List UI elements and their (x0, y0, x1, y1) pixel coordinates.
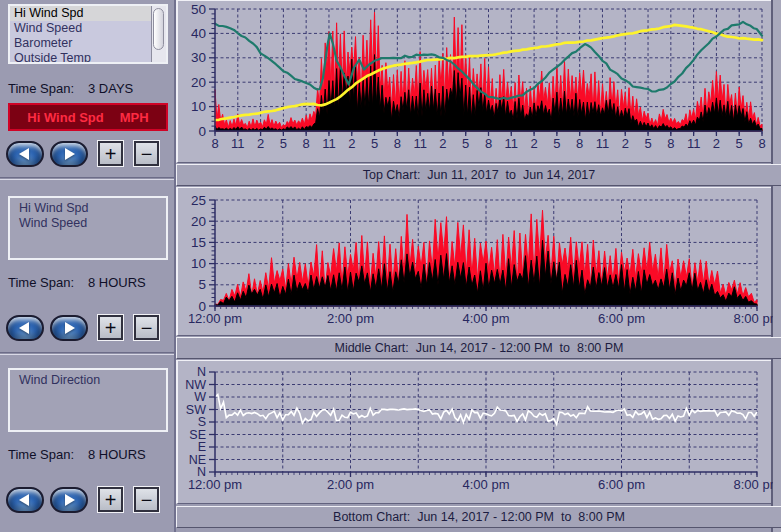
svg-text:8:00 pm: 8:00 pm (734, 477, 773, 492)
svg-text:5: 5 (371, 136, 378, 151)
middle-chart-panel: 051015202512:00 pm2:00 pm4:00 pm6:00 pm8… (176, 187, 771, 336)
svg-text:2:00 pm: 2:00 pm (327, 311, 374, 326)
bottom-chart-plot: NNWWSWSSEENEN12:00 pm2:00 pm4:00 pm6:00 … (178, 361, 771, 505)
bottom-chart-nav-buttons: + − (0, 487, 174, 515)
svg-text:5: 5 (198, 277, 206, 292)
scrollbar-thumb[interactable] (153, 8, 164, 50)
parameter-list: Hi Wind SpdWind SpeedBarometerOutside Te… (10, 6, 151, 62)
arrow-right-icon (65, 322, 75, 334)
svg-text:8: 8 (758, 136, 765, 151)
time-span-row: Time Span: 3 DAYS (8, 81, 133, 96)
zoom-in-button[interactable]: + (98, 141, 123, 166)
svg-text:20: 20 (191, 75, 206, 90)
time-span-row: Time Span: 8 HOURS (8, 275, 146, 290)
list-item[interactable]: Wind Direction (15, 373, 161, 388)
zoom-out-button[interactable]: − (134, 315, 159, 340)
time-span-value: 8 HOURS (88, 447, 146, 462)
zoom-out-button[interactable]: − (134, 487, 159, 512)
svg-text:5: 5 (280, 136, 287, 151)
svg-text:5: 5 (553, 136, 560, 151)
bottom-chart-caption: Bottom Chart: Jun 14, 2017 - 12:00 PM to… (176, 506, 781, 528)
middle-chart-plot: 051015202512:00 pm2:00 pm4:00 pm6:00 pm8… (178, 188, 771, 337)
arrow-left-icon (19, 494, 29, 506)
middle-chart-caption: Middle Chart: Jun 14, 2017 - 12:00 PM to… (176, 337, 781, 359)
top-chart-caption-text: Top Chart: Jun 11, 2017 to Jun 14, 2017 (363, 168, 596, 182)
weather-charts-window: Hi Wind SpdWind SpeedBarometerOutside Te… (0, 0, 781, 532)
top-chart-panel: 0102030405081125811258112581125811258112… (176, 0, 771, 163)
svg-text:5: 5 (462, 136, 469, 151)
list-item[interactable]: Hi Wind Spd (15, 201, 161, 216)
svg-text:2: 2 (622, 136, 629, 151)
list-item[interactable]: Wind Speed (15, 216, 161, 231)
time-span-label: Time Span: (8, 81, 74, 96)
parameter-listbox[interactable]: Hi Wind SpdWind SpeedBarometerOutside Te… (8, 4, 168, 64)
svg-text:10: 10 (191, 256, 206, 271)
svg-text:30: 30 (191, 50, 206, 65)
svg-text:11: 11 (596, 136, 610, 151)
svg-text:4:00 pm: 4:00 pm (463, 311, 510, 326)
list-item[interactable]: Wind Speed (10, 21, 151, 36)
middle-chart-nav-buttons: + − (0, 315, 174, 343)
list-item[interactable]: Barometer (10, 36, 151, 51)
parameter-list: Hi Wind SpdWind Speed (15, 201, 161, 231)
back-button[interactable] (6, 487, 44, 513)
bottom-chart-controls: Wind Direction Time Span: 8 HOURS + − (0, 355, 174, 532)
svg-text:8: 8 (667, 136, 674, 151)
svg-text:50: 50 (191, 2, 206, 17)
parameter-box[interactable]: Wind Direction (8, 368, 168, 432)
svg-text:20: 20 (191, 214, 206, 229)
svg-text:8: 8 (485, 136, 492, 151)
svg-text:15: 15 (191, 235, 206, 250)
svg-text:40: 40 (191, 26, 206, 41)
svg-text:0: 0 (198, 124, 206, 139)
svg-text:2: 2 (257, 136, 264, 151)
forward-button[interactable] (50, 141, 88, 167)
zoom-in-button[interactable]: + (98, 315, 123, 340)
top-chart-controls: Hi Wind SpdWind SpeedBarometerOutside Te… (0, 0, 174, 177)
zoom-in-button[interactable]: + (98, 487, 123, 512)
svg-text:8:00 pm: 8:00 pm (734, 311, 773, 326)
time-span-value: 3 DAYS (88, 81, 133, 96)
svg-text:11: 11 (231, 136, 245, 151)
selected-parameter-name: Hi Wind Spd (27, 110, 103, 125)
arrow-left-icon (19, 322, 29, 334)
svg-text:8: 8 (394, 136, 401, 151)
svg-text:8: 8 (576, 136, 583, 151)
svg-text:2: 2 (348, 136, 355, 151)
svg-text:25: 25 (191, 193, 206, 208)
forward-button[interactable] (50, 487, 88, 513)
parameter-list: Wind Direction (15, 373, 161, 388)
time-span-label: Time Span: (8, 447, 74, 462)
svg-text:6:00 pm: 6:00 pm (598, 311, 645, 326)
back-button[interactable] (6, 141, 44, 167)
svg-text:4:00 pm: 4:00 pm (463, 477, 510, 492)
control-sidebar: Hi Wind SpdWind SpeedBarometerOutside Te… (0, 0, 174, 532)
top-chart-nav-buttons: + − (0, 141, 174, 169)
arrow-right-icon (65, 494, 75, 506)
back-button[interactable] (6, 315, 44, 341)
bottom-chart-panel: NNWWSWSSEENEN12:00 pm2:00 pm4:00 pm6:00 … (176, 360, 771, 504)
list-item[interactable]: Hi Wind Spd (10, 6, 151, 21)
parameter-box[interactable]: Hi Wind SpdWind Speed (8, 196, 168, 260)
svg-text:12:00 pm: 12:00 pm (188, 311, 242, 326)
svg-text:2: 2 (713, 136, 720, 151)
svg-text:2: 2 (439, 136, 446, 151)
middle-chart-caption-text: Middle Chart: Jun 14, 2017 - 12:00 PM to… (334, 341, 623, 355)
svg-text:6:00 pm: 6:00 pm (598, 477, 645, 492)
selected-parameter-units: MPH (120, 110, 149, 125)
listbox-scrollbar[interactable] (151, 6, 166, 62)
top-chart-caption: Top Chart: Jun 11, 2017 to Jun 14, 2017 (176, 164, 781, 186)
middle-chart-controls: Hi Wind SpdWind Speed Time Span: 8 HOURS… (0, 180, 174, 352)
svg-text:2: 2 (530, 136, 537, 151)
svg-text:5: 5 (736, 136, 743, 151)
svg-text:2:00 pm: 2:00 pm (327, 477, 374, 492)
arrow-left-icon (19, 148, 29, 160)
svg-text:11: 11 (505, 136, 518, 151)
time-span-row: Time Span: 8 HOURS (8, 447, 146, 462)
bottom-chart-caption-text: Bottom Chart: Jun 14, 2017 - 12:00 PM to… (333, 510, 625, 524)
charts-column: 0102030405081125811258112581125811258112… (176, 0, 781, 532)
time-span-label: Time Span: (8, 275, 74, 290)
forward-button[interactable] (50, 315, 88, 341)
list-item[interactable]: Outside Temp (10, 51, 151, 62)
zoom-out-button[interactable]: − (134, 141, 159, 166)
